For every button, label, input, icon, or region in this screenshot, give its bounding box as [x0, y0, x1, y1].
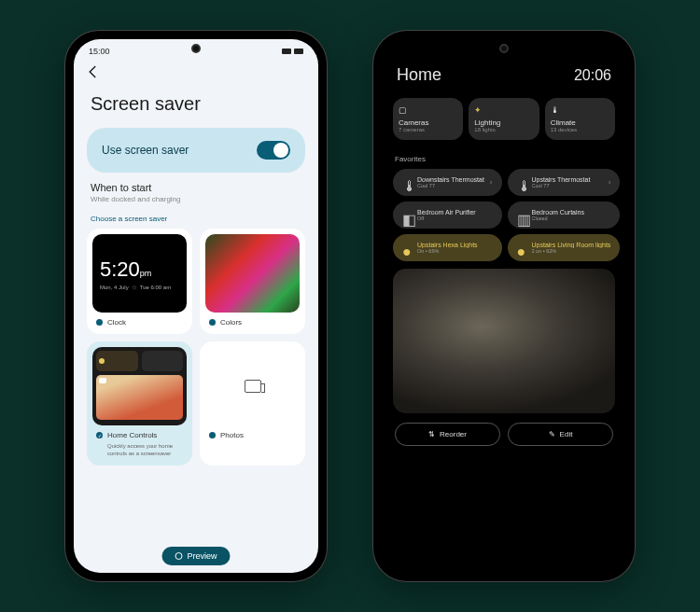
bulb-icon: ✦ [474, 105, 533, 115]
home-title: Home [397, 65, 441, 85]
hp-tile [142, 351, 184, 371]
fav-living-room-lights[interactable]: ● Upstairs Living Room lights2 on • 62% [508, 234, 621, 261]
clock-date: Mon, 4 July Tue 6:00 am [100, 285, 179, 290]
fav-air-purifier[interactable]: ◧ Bedroom Air PurifierOff [393, 202, 502, 229]
phone-left: 15:00 Screen saver Use screen saver When… [65, 31, 327, 581]
option-colors[interactable]: Colors [200, 229, 305, 334]
option-photos[interactable]: Photos [200, 341, 305, 466]
fav-upstairs-thermostat[interactable]: 🌡 Upstairs ThermostatCool 77 › [508, 169, 621, 196]
edit-icon: ✎ [549, 430, 555, 438]
action-bar: ⇅ Reorder ✎ Edit [382, 413, 626, 455]
tile-lighting[interactable]: ✦ Lighting 18 lights [469, 98, 539, 140]
reorder-button[interactable]: ⇅ Reorder [395, 423, 500, 446]
home-time: 20:06 [574, 67, 611, 84]
tile-climate[interactable]: 🌡 Climate 13 devices [545, 98, 615, 140]
camera-feed[interactable] [393, 269, 615, 413]
edit-button[interactable]: ✎ Edit [508, 423, 613, 446]
choose-label: Choose a screen saver [91, 215, 301, 223]
home-label: Home Controls [107, 431, 157, 439]
option-clock[interactable]: 5:20pm Mon, 4 July Tue 6:00 am Clock [87, 229, 192, 334]
check-icon: ✓ [96, 432, 103, 438]
home-sub: Quickly access your home controls as a s… [92, 441, 187, 460]
category-tiles: ▢ Cameras 7 cameras ✦ Lighting 18 lights… [382, 92, 626, 146]
photos-icon [245, 380, 261, 393]
use-screensaver-label: Use screen saver [102, 144, 189, 157]
thermostat-icon: 🌡 [551, 105, 609, 115]
status-time: 15:00 [89, 47, 110, 56]
chevron-right-icon: › [609, 178, 611, 187]
bulb-icon: ● [402, 243, 412, 253]
photos-preview [205, 347, 300, 425]
toggle-knob [273, 143, 288, 158]
hp-camera-tile [96, 375, 183, 420]
camera-icon: ▢ [399, 105, 457, 115]
favorites-grid: 🌡 Downstairs ThermostatCool 77 › 🌡 Upsta… [382, 169, 626, 261]
screen-left: 15:00 Screen saver Use screen saver When… [74, 39, 318, 573]
colors-preview [205, 234, 300, 313]
fav-downstairs-thermostat[interactable]: 🌡 Downstairs ThermostatCool 77 › [393, 169, 502, 196]
tile-cameras[interactable]: ▢ Cameras 7 cameras [393, 98, 463, 140]
curtain-icon: ▥ [517, 211, 526, 220]
front-camera [499, 44, 509, 53]
front-camera [191, 44, 201, 53]
radio-icon [209, 319, 216, 326]
when-sub: While docked and charging [91, 195, 301, 203]
battery-icon [294, 49, 303, 54]
clock-label: Clock [107, 318, 126, 327]
phone-right: Home 20:06 ▢ Cameras 7 cameras ✦ Lightin… [373, 31, 635, 581]
clock-time: 5:20pm [100, 257, 179, 282]
fav-hexa-lights[interactable]: ● Upstairs Hexa LightsOn • 69% [393, 234, 502, 261]
status-icons [282, 49, 303, 54]
radio-icon [209, 432, 216, 438]
photos-label: Photos [220, 431, 244, 439]
chevron-right-icon: › [490, 178, 493, 187]
purifier-icon: ◧ [402, 211, 412, 220]
thermostat-icon: 🌡 [517, 178, 526, 188]
alarm-icon [132, 285, 137, 290]
reorder-icon: ⇅ [428, 430, 435, 438]
colors-label: Colors [220, 318, 242, 327]
use-screensaver-card[interactable]: Use screen saver [87, 128, 305, 173]
eye-icon [175, 552, 182, 560]
bulb-icon [99, 358, 105, 364]
back-button[interactable] [85, 63, 102, 80]
screen-right: Home 20:06 ▢ Cameras 7 cameras ✦ Lightin… [382, 39, 626, 573]
use-screensaver-toggle[interactable] [257, 141, 290, 160]
screensaver-grid: 5:20pm Mon, 4 July Tue 6:00 am Clock Col… [74, 229, 318, 466]
favorites-label: Favorites [395, 155, 613, 163]
hp-tile-lit [96, 351, 138, 371]
preview-button[interactable]: Preview [161, 547, 230, 565]
bulb-icon: ● [517, 243, 526, 253]
wifi-icon [282, 49, 291, 54]
when-title: When to start [91, 182, 301, 193]
when-to-start-row[interactable]: When to start While docked and charging [91, 182, 301, 203]
radio-icon [96, 319, 103, 326]
home-preview [92, 347, 187, 425]
page-title: Screen saver [91, 93, 301, 115]
fav-curtains[interactable]: ▥ Bedroom CurtainsClosed [508, 202, 621, 229]
option-home-controls[interactable]: ✓Home Controls Quickly access your home … [87, 341, 192, 466]
thermostat-icon: 🌡 [402, 178, 412, 188]
clock-preview: 5:20pm Mon, 4 July Tue 6:00 am [92, 234, 187, 313]
